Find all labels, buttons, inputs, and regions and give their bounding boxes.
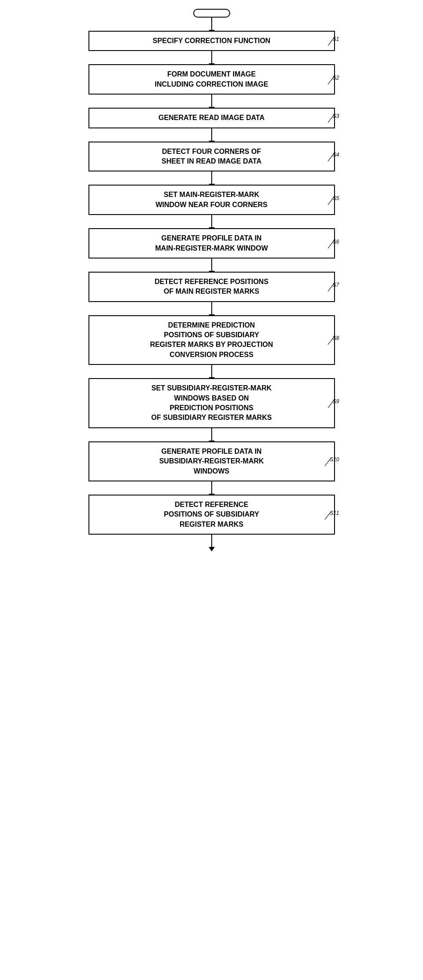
- step-label-s9: ╱S9: [328, 398, 339, 408]
- arrow-5: [211, 215, 212, 228]
- step-box-s7: DETECT REFERENCE POSITIONSOF MAIN REGIST…: [88, 272, 335, 302]
- step-row-s8: DETERMINE PREDICTIONPOSITIONS OF SUBSIDI…: [58, 315, 366, 365]
- step-row-s11: DETECT REFERENCEPOSITIONS OF SUBSIDIARYR…: [58, 495, 366, 535]
- arrow-4: [211, 171, 212, 185]
- step-box-s8: DETERMINE PREDICTIONPOSITIONS OF SUBSIDI…: [88, 315, 335, 365]
- step-box-s10: GENERATE PROFILE DATA INSUBSIDIARY-REGIS…: [88, 441, 335, 481]
- arrow-9: [211, 428, 212, 441]
- arrow-10: [211, 481, 212, 495]
- step-box-s3: GENERATE READ IMAGE DATA: [88, 108, 335, 128]
- step-box-s9: SET SUBSIDIARY-REGISTER-MARKWINDOWS BASE…: [88, 378, 335, 428]
- step-label-s7: ╱S7: [328, 282, 339, 291]
- step-row-s7: DETECT REFERENCE POSITIONSOF MAIN REGIST…: [58, 272, 366, 302]
- step-row-s9: SET SUBSIDIARY-REGISTER-MARKWINDOWS BASE…: [58, 378, 366, 428]
- step-label-s1: ╱S1: [328, 36, 339, 46]
- step-box-s11: DETECT REFERENCEPOSITIONS OF SUBSIDIARYR…: [88, 495, 335, 535]
- step-box-s1: SPECIFY CORRECTION FUNCTION: [88, 31, 335, 51]
- start-node: [193, 9, 230, 18]
- final-arrow: [211, 535, 212, 548]
- step-row-s4: DETECT FOUR CORNERS OFSHEET IN READ IMAG…: [58, 142, 366, 172]
- arrow-6: [211, 259, 212, 272]
- step-box-s6: GENERATE PROFILE DATA INMAIN-REGISTER-MA…: [88, 228, 335, 259]
- step-label-s6: ╱S6: [328, 239, 339, 248]
- step-label-s5: ╱S5: [328, 195, 339, 204]
- step-row-s3: GENERATE READ IMAGE DATA╱S3: [58, 108, 366, 128]
- step-row-s6: GENERATE PROFILE DATA INMAIN-REGISTER-MA…: [58, 228, 366, 259]
- arrow-2: [211, 95, 212, 108]
- step-label-s8: ╱S8: [328, 335, 339, 345]
- step-row-s10: GENERATE PROFILE DATA INSUBSIDIARY-REGIS…: [58, 441, 366, 481]
- step-box-s2: FORM DOCUMENT IMAGEINCLUDING CORRECTION …: [88, 64, 335, 95]
- step-label-s3: ╱S3: [328, 113, 339, 123]
- step-box-s5: SET MAIN-REGISTER-MARKWINDOW NEAR FOUR C…: [88, 185, 335, 215]
- step-box-s4: DETECT FOUR CORNERS OFSHEET IN READ IMAG…: [88, 142, 335, 172]
- arrow-1: [211, 51, 212, 64]
- arrow-8: [211, 365, 212, 378]
- step-label-s10: ╱S10: [325, 457, 339, 466]
- step-label-s11: ╱S11: [325, 510, 339, 519]
- start-node-row: [58, 9, 366, 18]
- flowchart: SPECIFY CORRECTION FUNCTION╱S1FORM DOCUM…: [58, 9, 366, 548]
- arrow-0: [211, 18, 212, 31]
- step-label-s2: ╱S2: [328, 75, 339, 84]
- arrow-3: [211, 128, 212, 142]
- arrow-7: [211, 302, 212, 315]
- step-label-s4: ╱S4: [328, 152, 339, 161]
- step-row-s5: SET MAIN-REGISTER-MARKWINDOW NEAR FOUR C…: [58, 185, 366, 215]
- step-row-s1: SPECIFY CORRECTION FUNCTION╱S1: [58, 31, 366, 51]
- step-row-s2: FORM DOCUMENT IMAGEINCLUDING CORRECTION …: [58, 64, 366, 95]
